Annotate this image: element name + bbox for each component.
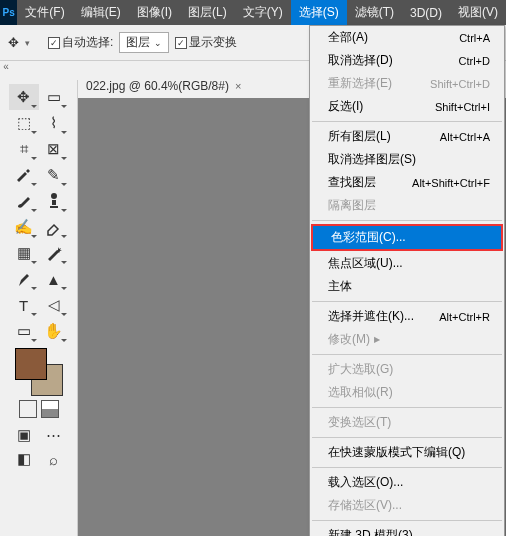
menu-item[interactable]: 所有图层(L)Alt+Ctrl+A — [310, 125, 504, 148]
edit-toolbar-icon[interactable]: ⋯ — [39, 422, 69, 448]
brush-tool[interactable] — [9, 188, 39, 214]
menu-item-label: 新建 3D 模型(3) — [328, 527, 413, 536]
zoom-tool[interactable]: ⌕ — [39, 446, 69, 472]
app-logo-icon: Ps — [0, 0, 17, 25]
menu-separator — [312, 301, 502, 302]
artboard-tool[interactable]: ▭ — [39, 84, 69, 110]
menu-item[interactable]: 色彩范围(C)... — [313, 226, 501, 249]
menu-item: 修改(M)▶ — [310, 328, 504, 351]
menu-item-5[interactable]: 选择(S) — [291, 0, 347, 25]
checkbox-checked-icon: ✓ — [48, 37, 60, 49]
hand-tool[interactable]: ✋ — [39, 318, 69, 344]
type-tool[interactable]: T — [9, 292, 39, 318]
menu-item-1[interactable]: 编辑(E) — [73, 0, 129, 25]
menubar: Ps 文件(F)编辑(E)图像(I)图层(L)文字(Y)选择(S)滤镜(T)3D… — [0, 0, 506, 25]
menu-separator — [312, 407, 502, 408]
menu-item-8[interactable]: 视图(V) — [450, 0, 506, 25]
menu-item[interactable]: 取消选择(D)Ctrl+D — [310, 49, 504, 72]
menu-item-shortcut: Alt+Ctrl+R — [439, 311, 490, 323]
foreground-color-swatch[interactable] — [15, 348, 47, 380]
show-transform-label: 显示变换 — [189, 34, 237, 51]
menu-item-label: 变换选区(T) — [328, 414, 391, 431]
menu-separator — [312, 520, 502, 521]
tools-panel: ✥▭⬚⌇⌗⊠✎✍▦▲T◁▭✋ ▣ ⋯ ◧ ⌕ — [0, 80, 78, 536]
menu-item-label: 重新选择(E) — [328, 75, 392, 92]
document-tab[interactable]: 022.jpg @ 60.4%(RGB/8#) × — [78, 75, 249, 97]
menu-item-2[interactable]: 图像(I) — [129, 0, 180, 25]
spot-heal-tool[interactable]: ✎ — [39, 162, 69, 188]
menu-item: 隔离图层 — [310, 194, 504, 217]
direct-select-tool[interactable]: ◁ — [39, 292, 69, 318]
menu-item-label: 选取相似(R) — [328, 384, 393, 401]
standard-mode-icon[interactable] — [19, 400, 37, 418]
menu-item[interactable]: 主体 — [310, 275, 504, 298]
auto-select-label: 自动选择: — [62, 34, 113, 51]
menu-item[interactable]: 新建 3D 模型(3) — [310, 524, 504, 536]
eyedropper-tool[interactable] — [9, 162, 39, 188]
crop-tool[interactable]: ⌗ — [9, 136, 39, 162]
move-tool-icon: ✥ — [8, 35, 19, 50]
pen-tool[interactable] — [9, 266, 39, 292]
close-icon[interactable]: × — [235, 80, 241, 92]
collapse-panel-icon[interactable]: « — [0, 61, 12, 79]
menu-item-0[interactable]: 文件(F) — [17, 0, 72, 25]
menu-item-shortcut: Ctrl+D — [459, 55, 490, 67]
menu-item-label: 选择并遮住(K)... — [328, 308, 414, 325]
menu-item: 变换选区(T) — [310, 411, 504, 434]
magic-wand-tool[interactable] — [39, 240, 69, 266]
document-tabbar: 022.jpg @ 60.4%(RGB/8#) × — [78, 74, 249, 98]
menu-separator — [312, 220, 502, 221]
mask-mode-icons — [6, 400, 71, 418]
auto-select-value: 图层 — [126, 35, 150, 49]
options-dropdown-arrow-icon[interactable]: ▾ — [25, 38, 30, 48]
auto-select-checkbox[interactable]: ✓ 自动选择: — [48, 34, 113, 51]
menu-item-label: 在快速蒙版模式下编辑(Q) — [328, 444, 465, 461]
menu-item-6[interactable]: 滤镜(T) — [347, 0, 402, 25]
menu-item-label: 扩大选取(G) — [328, 361, 393, 378]
menu-item: 存储选区(V)... — [310, 494, 504, 517]
menu-item-shortcut: Ctrl+A — [459, 32, 490, 44]
color-swatches[interactable] — [15, 348, 63, 396]
quick-mask-mode-icon[interactable] — [41, 400, 59, 418]
move-tool[interactable]: ✥ — [9, 84, 39, 110]
marquee-tool[interactable]: ⬚ — [9, 110, 39, 136]
history-brush-tool[interactable]: ✍ — [9, 214, 39, 240]
lasso-tool[interactable]: ⌇ — [39, 110, 69, 136]
menu-separator — [312, 354, 502, 355]
gradient-tool[interactable]: ▦ — [9, 240, 39, 266]
shape-tool[interactable]: ▭ — [9, 318, 39, 344]
menu-item-label: 所有图层(L) — [328, 128, 391, 145]
screen-mode2-icon[interactable]: ◧ — [9, 446, 39, 472]
menu-item[interactable]: 取消选择图层(S) — [310, 148, 504, 171]
show-transform-checkbox[interactable]: ✓ 显示变换 — [175, 34, 237, 51]
menu-separator — [312, 437, 502, 438]
menu-item-shortcut: Alt+Ctrl+A — [440, 131, 490, 143]
menu-item-4[interactable]: 文字(Y) — [235, 0, 291, 25]
menu-item[interactable]: 载入选区(O)... — [310, 471, 504, 494]
menu-item: 扩大选取(G) — [310, 358, 504, 381]
menu-item[interactable]: 焦点区域(U)... — [310, 252, 504, 275]
menu-item-label: 载入选区(O)... — [328, 474, 403, 491]
menu-item-label: 取消选择图层(S) — [328, 151, 416, 168]
menu-item[interactable]: 全部(A)Ctrl+A — [310, 26, 504, 49]
menu-item-7[interactable]: 3D(D) — [402, 0, 450, 25]
clone-tool[interactable] — [39, 188, 69, 214]
menu-item[interactable]: 选择并遮住(K)...Alt+Ctrl+R — [310, 305, 504, 328]
menu-item[interactable]: 在快速蒙版模式下编辑(Q) — [310, 441, 504, 464]
menu-item-label: 色彩范围(C)... — [331, 229, 406, 246]
auto-select-dropdown[interactable]: 图层 ⌄ — [119, 32, 168, 53]
menu-item[interactable]: 反选(I)Shift+Ctrl+I — [310, 95, 504, 118]
menu-item-label: 查找图层 — [328, 174, 376, 191]
eraser-tool[interactable] — [39, 214, 69, 240]
frame-tool[interactable]: ⊠ — [39, 136, 69, 162]
menu-item-label: 主体 — [328, 278, 352, 295]
menu-item[interactable]: 查找图层Alt+Shift+Ctrl+F — [310, 171, 504, 194]
document-tab-label: 022.jpg @ 60.4%(RGB/8#) — [86, 79, 229, 93]
menu-item-3[interactable]: 图层(L) — [180, 0, 235, 25]
menu-item-label: 焦点区域(U)... — [328, 255, 403, 272]
screen-mode-icon[interactable]: ▣ — [9, 422, 39, 448]
menu-item-label: 全部(A) — [328, 29, 368, 46]
checkbox-checked-icon: ✓ — [175, 37, 187, 49]
path-select-tool[interactable]: ▲ — [39, 266, 69, 292]
menu-item-label: 存储选区(V)... — [328, 497, 402, 514]
